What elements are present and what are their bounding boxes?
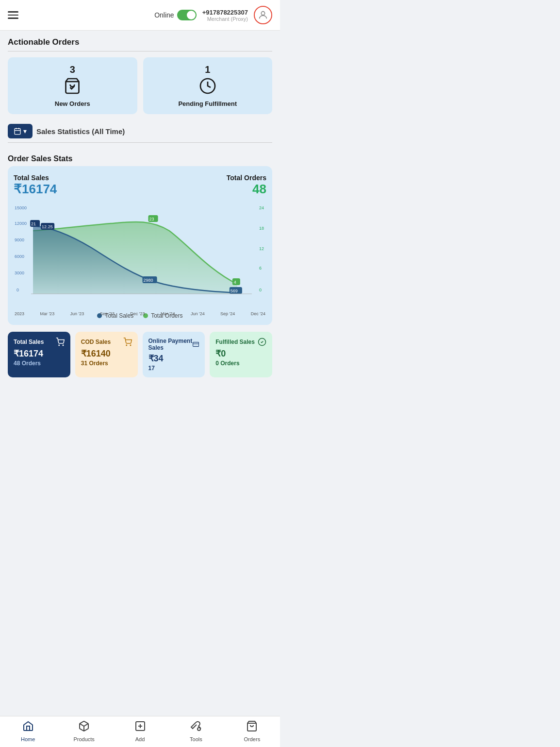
svg-text:4: 4 bbox=[234, 280, 236, 285]
total-sales-card-amount: ₹16174 bbox=[14, 348, 65, 359]
svg-text:569: 569 bbox=[231, 289, 238, 293]
x-label-1: Mar '23 bbox=[40, 311, 54, 316]
order-sales-title: Order Sales Stats bbox=[8, 150, 272, 166]
pending-icon bbox=[199, 77, 216, 98]
new-orders-count: 3 bbox=[70, 64, 75, 75]
x-label-8: Dec '24 bbox=[251, 311, 265, 316]
total-sales-card-title: Total Sales bbox=[14, 338, 65, 346]
online-payment-card[interactable]: Online Payment Sales ₹34 17 bbox=[143, 332, 205, 377]
svg-text:18: 18 bbox=[259, 226, 264, 231]
cod-amount: ₹16140 bbox=[81, 348, 132, 359]
cod-sales-card[interactable]: COD Sales ₹16140 31 Orders bbox=[75, 332, 138, 377]
svg-point-34 bbox=[130, 345, 131, 346]
stats-title: Sales Statistics (All Time) bbox=[36, 127, 125, 136]
stats-header: ▾ Sales Statistics (All Time) bbox=[8, 124, 272, 138]
pending-fulfillment-card[interactable]: 1 Pending Fulfillment bbox=[143, 57, 273, 114]
cod-orders: 31 Orders bbox=[81, 360, 132, 367]
new-orders-card[interactable]: 3 New Orders bbox=[8, 57, 137, 114]
total-orders-value: 48 bbox=[227, 182, 266, 197]
cart-icon bbox=[56, 338, 65, 346]
svg-rect-3 bbox=[15, 129, 20, 135]
pending-label: Pending Fulfillment bbox=[178, 100, 237, 107]
phone-sub: Merchant (Proxy) bbox=[202, 16, 248, 22]
online-label: Online bbox=[154, 11, 174, 19]
stats-date-button[interactable]: ▾ bbox=[8, 124, 33, 138]
orders-row: 3 New Orders 1 Pending Fulfillment bbox=[8, 57, 272, 114]
svg-text:2980: 2980 bbox=[144, 278, 153, 283]
fulfilled-amount: ₹0 bbox=[215, 348, 266, 359]
check-circle-icon bbox=[258, 338, 266, 346]
online-amount: ₹34 bbox=[148, 353, 199, 364]
svg-point-0 bbox=[261, 12, 264, 15]
actionable-orders-title: Actionable Orders bbox=[8, 31, 272, 51]
chevron-down-icon: ▾ bbox=[23, 127, 27, 135]
fulfilled-orders: 0 Orders bbox=[215, 360, 266, 367]
cod-sales-card-title: COD Sales bbox=[81, 338, 132, 346]
x-label-4: Dec '23 bbox=[130, 311, 145, 316]
total-sales-label: Total Sales bbox=[14, 174, 57, 182]
svg-text:12000: 12000 bbox=[15, 221, 27, 226]
svg-text:15000: 15000 bbox=[15, 205, 27, 210]
x-label-0: 2023 bbox=[15, 311, 24, 316]
svg-text:12.25: 12.25 bbox=[42, 224, 53, 229]
stats-divider bbox=[8, 142, 272, 143]
online-orders: 17 bbox=[148, 365, 199, 372]
x-axis: 2023 Mar '23 Jun '23 Sep '23 Dec '23 Mar… bbox=[14, 311, 266, 316]
avatar[interactable] bbox=[254, 6, 272, 24]
phone-number: +917878225307 bbox=[202, 9, 248, 16]
header: Online +917878225307 Merchant (Proxy) bbox=[0, 0, 280, 31]
svg-text:0: 0 bbox=[259, 288, 262, 292]
total-sales-card-orders: 48 Orders bbox=[14, 360, 65, 367]
fulfilled-title: Fulfilled Sales bbox=[215, 338, 266, 346]
svg-point-33 bbox=[126, 345, 127, 346]
x-label-5: Mar '24 bbox=[161, 311, 175, 316]
svg-text:23: 23 bbox=[149, 217, 154, 221]
x-label-6: Jun '24 bbox=[191, 311, 205, 316]
header-right: Online +917878225307 Merchant (Proxy) bbox=[154, 6, 272, 24]
x-label-3: Sep '23 bbox=[100, 311, 115, 316]
svg-text:9000: 9000 bbox=[15, 238, 24, 242]
svg-text:12: 12 bbox=[259, 246, 264, 251]
svg-text:6: 6 bbox=[259, 266, 262, 271]
pending-count: 1 bbox=[205, 64, 210, 75]
total-orders-label: Total Orders bbox=[227, 174, 266, 182]
online-toggle[interactable] bbox=[177, 10, 197, 20]
line-chart: 15000 12000 9000 6000 3000 0 24 18 12 6 … bbox=[14, 202, 266, 308]
svg-text:6000: 6000 bbox=[15, 254, 24, 259]
cod-cart-icon bbox=[123, 338, 132, 346]
hamburger-menu[interactable] bbox=[8, 11, 18, 19]
main-content: Actionable Orders 3 New Orders 1 bbox=[0, 31, 280, 377]
actionable-divider bbox=[8, 51, 272, 51]
credit-card-icon bbox=[193, 340, 199, 349]
new-orders-icon bbox=[64, 77, 81, 98]
svg-text:21: 21 bbox=[31, 221, 36, 226]
chart-container: Total Sales ₹16174 Total Orders 48 15000… bbox=[8, 166, 272, 325]
summary-cards: Total Sales ₹16174 48 Orders COD Sales ₹… bbox=[8, 332, 272, 377]
total-sales-value: ₹16174 bbox=[14, 182, 57, 197]
fulfilled-sales-card[interactable]: Fulfilled Sales ₹0 0 Orders bbox=[210, 332, 272, 377]
svg-text:0: 0 bbox=[16, 288, 19, 292]
online-section: Online bbox=[154, 10, 196, 20]
chart-total-sales: Total Sales ₹16174 bbox=[14, 174, 57, 197]
x-label-2: Jun '23 bbox=[70, 311, 84, 316]
phone-info: +917878225307 Merchant (Proxy) bbox=[202, 9, 248, 22]
new-orders-label: New Orders bbox=[55, 100, 90, 107]
x-label-7: Sep '24 bbox=[220, 311, 235, 316]
total-sales-card[interactable]: Total Sales ₹16174 48 Orders bbox=[8, 332, 70, 377]
chart-top: Total Sales ₹16174 Total Orders 48 bbox=[14, 174, 266, 197]
svg-rect-35 bbox=[193, 342, 199, 347]
online-payment-title: Online Payment Sales bbox=[148, 338, 199, 351]
svg-text:24: 24 bbox=[259, 205, 264, 210]
svg-text:3000: 3000 bbox=[15, 271, 24, 275]
svg-point-32 bbox=[63, 345, 64, 346]
chart-total-orders: Total Orders 48 bbox=[227, 174, 266, 197]
svg-point-31 bbox=[59, 345, 60, 346]
chart-svg-area: 15000 12000 9000 6000 3000 0 24 18 12 6 … bbox=[14, 202, 266, 308]
